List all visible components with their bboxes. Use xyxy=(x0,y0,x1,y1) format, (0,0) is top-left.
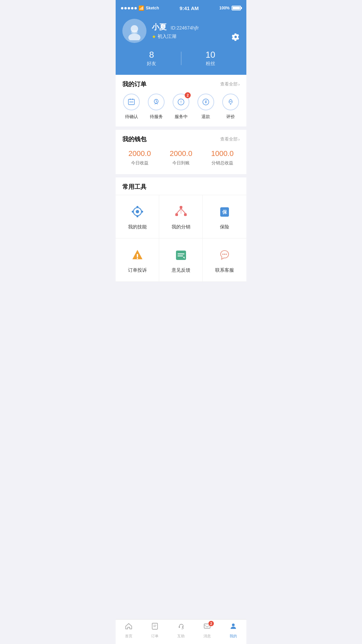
svg-text:保: 保 xyxy=(222,209,227,215)
nav-item-message[interactable]: 2 消息 xyxy=(194,622,220,639)
nav-label-order: 订单 xyxy=(151,634,159,639)
today-income-label: 今日收益 xyxy=(119,160,160,166)
svg-line-21 xyxy=(177,209,181,213)
tool-label-feedback: 意见反馈 xyxy=(172,267,190,273)
order-label-pending: 待确认 xyxy=(125,114,138,120)
svg-point-40 xyxy=(232,624,235,626)
svg-rect-28 xyxy=(176,251,186,260)
svg-point-11 xyxy=(230,104,231,105)
tool-label-insurance: 保险 xyxy=(220,224,229,230)
today-income-amount: 2000.0 xyxy=(119,149,160,158)
svg-rect-19 xyxy=(175,213,178,216)
orders-view-all[interactable]: 查看全部 › xyxy=(220,81,240,87)
friends-count: 8 xyxy=(122,50,181,60)
profile-info: 小夏 ID:224674hjfr ★ 初入江湖 xyxy=(152,22,199,40)
svg-rect-38 xyxy=(182,626,183,628)
message-badge-wrap: 2 xyxy=(203,622,211,632)
message-badge: 2 xyxy=(208,621,214,626)
wallet-view-all[interactable]: 查看全部 › xyxy=(220,136,240,142)
tool-item-skill[interactable]: 我的技能 xyxy=(116,195,159,238)
order-label-review: 评价 xyxy=(226,114,235,120)
wallet-item-distribution[interactable]: 1000.0 分销总收益 xyxy=(202,149,243,166)
complaint-icon xyxy=(129,247,146,263)
svg-rect-37 xyxy=(179,626,180,628)
nav-item-profile[interactable]: 我的 xyxy=(220,622,246,639)
friends-label: 好友 xyxy=(122,61,181,67)
tool-item-complaint[interactable]: 订单投诉 xyxy=(116,238,159,282)
svg-rect-20 xyxy=(184,213,187,216)
home-icon xyxy=(125,622,133,632)
tool-label-skill: 我的技能 xyxy=(128,224,147,230)
tool-label-distribution: 我的分销 xyxy=(172,224,190,230)
nav-item-help[interactable]: 互助 xyxy=(168,622,194,639)
wallet-item-today-received[interactable]: 2000.0 今日到账 xyxy=(160,149,201,166)
status-right: 100% xyxy=(219,6,241,10)
star-icon: ★ xyxy=(152,34,156,39)
tool-item-feedback[interactable]: 意见反馈 xyxy=(159,238,203,282)
rank-label: 初入江湖 xyxy=(158,34,176,40)
fans-count: 10 xyxy=(181,50,240,60)
order-badge-inservice: 2 xyxy=(185,92,191,98)
order-item-refund[interactable]: ¥ 退款 xyxy=(193,94,218,120)
nav-label-message: 消息 xyxy=(203,634,211,639)
profile-rank: ★ 初入江湖 xyxy=(152,34,199,40)
svg-line-22 xyxy=(181,209,185,213)
svg-rect-4 xyxy=(130,99,131,100)
battery-icon xyxy=(232,6,241,10)
profile-id: ID:224674hjfr xyxy=(171,25,199,31)
profile-header: 小夏 ID:224674hjfr ★ 初入江湖 8 好友 10 粉丝 xyxy=(116,15,246,75)
svg-point-16 xyxy=(132,211,134,213)
profile-nav-icon xyxy=(229,622,237,632)
wifi-icon: 📶 xyxy=(138,5,144,11)
wallet-section: 我的钱包 查看全部 › 2000.0 今日收益 2000.0 今日到账 1000… xyxy=(116,130,246,174)
svg-point-1 xyxy=(128,34,140,40)
order-item-waiting[interactable]: 待服务 xyxy=(144,94,169,120)
today-received-label: 今日到账 xyxy=(160,160,201,166)
nav-label-home: 首页 xyxy=(125,634,132,639)
friends-stat[interactable]: 8 好友 xyxy=(122,50,181,67)
order-icon-review xyxy=(222,94,239,110)
orders-row: 待确认 待服务 ! xyxy=(116,92,246,126)
nav-item-order[interactable]: 订单 xyxy=(142,622,168,639)
carrier-label: Sketch xyxy=(146,6,159,10)
distribution-amount: 1000.0 xyxy=(202,149,243,158)
svg-text:¥: ¥ xyxy=(205,100,207,104)
nav-label-profile: 我的 xyxy=(230,634,237,639)
order-item-review[interactable]: 评价 xyxy=(218,94,243,120)
wallet-item-today-income[interactable]: 2000.0 今日收益 xyxy=(119,149,160,166)
order-item-pending[interactable]: 待确认 xyxy=(119,94,144,120)
tool-item-insurance[interactable]: 保 保险 xyxy=(203,195,246,238)
svg-rect-18 xyxy=(180,206,182,209)
order-icon-inservice-wrap: ! 2 xyxy=(173,94,189,110)
wallet-title: 我的钱包 xyxy=(122,135,146,143)
svg-text:!: ! xyxy=(180,100,182,104)
orders-header: 我的订单 查看全部 › xyxy=(116,75,246,92)
stats-row: 8 好友 10 粉丝 xyxy=(122,48,240,67)
skill-icon xyxy=(129,203,146,220)
feedback-icon xyxy=(173,247,189,263)
order-icon-review-wrap xyxy=(222,94,239,110)
status-bar: 📶 Sketch 9:41 AM 100% xyxy=(116,0,246,15)
distribution-label: 分销总收益 xyxy=(202,160,243,166)
tools-grid: 我的技能 我的分销 保 xyxy=(116,195,246,282)
status-left: 📶 Sketch xyxy=(121,5,159,11)
order-icon-pending-wrap xyxy=(123,94,140,110)
settings-button[interactable] xyxy=(232,33,240,43)
tool-item-service[interactable]: 联系客服 xyxy=(203,238,246,282)
profile-name: 小夏 xyxy=(152,22,167,32)
order-item-inservice[interactable]: ! 2 服务中 xyxy=(169,94,193,120)
order-nav-icon xyxy=(151,622,159,632)
fans-stat[interactable]: 10 粉丝 xyxy=(181,50,240,67)
svg-point-17 xyxy=(141,211,143,213)
order-icon-pending xyxy=(123,94,140,110)
avatar[interactable] xyxy=(122,19,146,43)
orders-title: 我的订单 xyxy=(122,80,146,88)
nav-item-home[interactable]: 首页 xyxy=(116,622,142,639)
svg-rect-6 xyxy=(129,102,133,102)
svg-point-31 xyxy=(222,254,224,255)
tool-item-distribution[interactable]: 我的分销 xyxy=(159,195,203,238)
status-time: 9:41 AM xyxy=(180,5,199,11)
svg-point-15 xyxy=(136,215,138,217)
orders-section: 我的订单 查看全部 › 待确认 xyxy=(116,75,246,126)
order-icon-refund: ¥ xyxy=(197,94,214,110)
